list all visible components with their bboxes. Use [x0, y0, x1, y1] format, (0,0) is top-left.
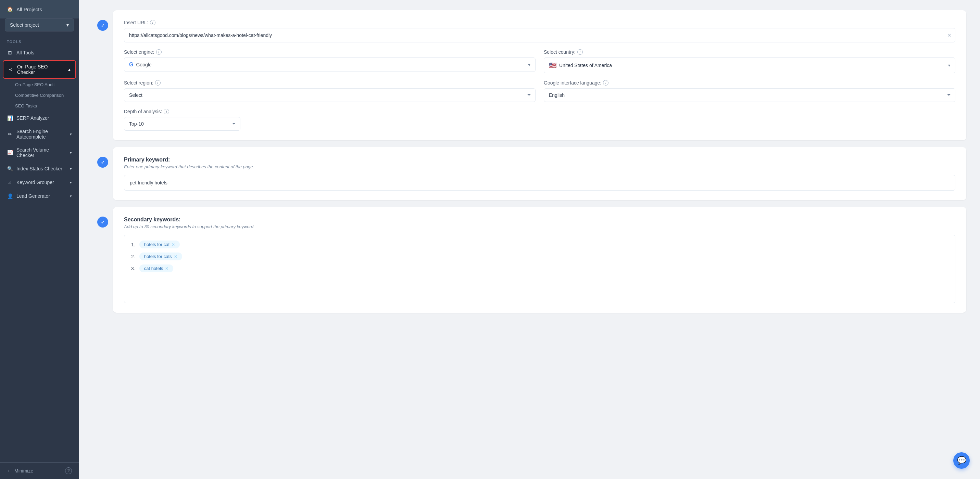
sidebar-item-label: SERP Analyzer	[16, 115, 49, 121]
region-info-icon[interactable]: i	[155, 80, 161, 86]
keyword-number: 1.	[131, 242, 135, 247]
language-label: Google interface language: i	[544, 80, 955, 86]
chat-button[interactable]: 💬	[953, 452, 970, 469]
region-col: Select region: i Select	[124, 80, 536, 102]
keyword-tag-text: hotels for cats	[144, 254, 172, 259]
keyword-number: 2.	[131, 254, 135, 259]
secondary-keywords-box[interactable]: 1. hotels for cat ✕ 2. hotels for cats ✕…	[124, 235, 955, 303]
keyword-number: 3.	[131, 266, 135, 271]
grid-icon: ⊞	[7, 49, 13, 56]
sidebar-item-label: Search Engine Autocomplete	[16, 128, 67, 140]
sidebar-item-on-page-seo-checker[interactable]: ≺ On-Page SEO Checker ▲	[3, 60, 76, 79]
minimize-label: Minimize	[14, 468, 33, 474]
project-select-dropdown[interactable]: Select project ▾	[5, 19, 74, 32]
depth-select[interactable]: Top-10	[124, 117, 240, 131]
keyword-tag-remove-button[interactable]: ✕	[174, 254, 177, 259]
cards-wrapper: ✓ Insert URL: i × Select engine: i	[113, 10, 966, 313]
keyword-tag-remove-button[interactable]: ✕	[165, 266, 169, 271]
primary-keyword-desc: Enter one primary keyword that describes…	[124, 164, 955, 170]
url-info-icon[interactable]: i	[150, 20, 156, 25]
help-icon[interactable]: ?	[65, 467, 72, 474]
chevron-down-icon: ▾	[70, 132, 72, 136]
chevron-down-icon: ▾	[70, 167, 72, 171]
chat-icon: 💬	[957, 456, 966, 465]
sidebar-item-label: Keyword Grouper	[16, 179, 54, 185]
home-icon: 🏠	[7, 6, 13, 12]
step1-card: Insert URL: i × Select engine: i	[113, 10, 966, 140]
user-icon: 👤	[7, 193, 13, 199]
engine-info-icon[interactable]: i	[156, 49, 162, 55]
keyword-tag-text: cat hotels	[144, 266, 163, 271]
region-label-text: Select region:	[124, 80, 153, 86]
search-icon: 🔍	[7, 166, 13, 172]
google-g-icon: G	[129, 62, 133, 68]
keyword-tag[interactable]: cat hotels ✕	[139, 265, 173, 272]
project-select-label: Select project	[10, 22, 39, 28]
keyword-list: 1. hotels for cat ✕ 2. hotels for cats ✕…	[131, 241, 948, 272]
keyword-tag-remove-button[interactable]: ✕	[172, 242, 175, 247]
sidebar-item-keyword-grouper[interactable]: ⊿ Keyword Grouper ▾	[0, 176, 79, 189]
language-col: Google interface language: i English	[544, 80, 955, 102]
step3-check-icon: ✓	[97, 217, 108, 227]
country-chevron-icon: ▾	[948, 63, 950, 68]
step1-check-icon: ✓	[97, 20, 108, 31]
engine-col: Select engine: i G Google ▾	[124, 49, 536, 73]
sidebar-sub-item-seo-tasks[interactable]: SEO Tasks	[0, 101, 79, 111]
sidebar-item-search-volume-checker[interactable]: 📈 Search Volume Checker ▾	[0, 143, 79, 162]
sidebar-item-label: Index Status Checker	[16, 166, 62, 171]
step2-check-icon: ✓	[97, 157, 108, 168]
secondary-keywords-desc: Add up to 30 secondary keywords to suppo…	[124, 224, 955, 229]
chevron-down-icon: ▾	[67, 22, 69, 28]
url-input[interactable]	[124, 28, 955, 43]
chevron-up-icon: ▲	[67, 67, 71, 71]
region-select[interactable]: Select	[124, 88, 536, 102]
language-select[interactable]: English	[544, 88, 955, 102]
country-col: Select country: i 🇺🇸 United States of Am…	[544, 49, 955, 73]
engine-chevron-icon: ▾	[528, 62, 530, 67]
sidebar: 🏠 All Projects Select project ▾ TOOLS ⊞ …	[0, 0, 79, 479]
country-select[interactable]: 🇺🇸 United States of America ▾	[544, 57, 955, 73]
sidebar-sub-item-on-page-seo-audit[interactable]: On-Page SEO Audit	[0, 79, 79, 90]
step2-wrapper: ✓ Primary keyword: Enter one primary key…	[113, 147, 966, 200]
sidebar-sub-item-competitive-comparison[interactable]: Competitive Comparison	[0, 90, 79, 101]
list-item: 2. hotels for cats ✕	[131, 252, 948, 260]
secondary-keywords-title: Secondary keywords:	[124, 217, 955, 223]
sidebar-item-label: Lead Generator	[16, 193, 50, 199]
sidebar-item-serp-analyzer[interactable]: 📊 SERP Analyzer	[0, 111, 79, 125]
engine-country-row: Select engine: i G Google ▾ Select count…	[124, 49, 955, 73]
sidebar-item-index-status-checker[interactable]: 🔍 Index Status Checker ▾	[0, 162, 79, 176]
engine-label: Select engine: i	[124, 49, 536, 55]
sidebar-item-label: All Tools	[16, 50, 34, 56]
language-label-text: Google interface language:	[544, 80, 601, 86]
country-info-icon[interactable]: i	[578, 49, 583, 55]
step2-card: Primary keyword: Enter one primary keywo…	[113, 147, 966, 200]
language-info-icon[interactable]: i	[603, 80, 608, 86]
engine-select[interactable]: G Google ▾	[124, 57, 536, 72]
chevron-down-icon: ▾	[70, 151, 72, 155]
keyword-tag-text: hotels for cat	[144, 242, 170, 247]
sidebar-item-search-engine-autocomplete[interactable]: ✏ Search Engine Autocomplete ▾	[0, 125, 79, 143]
group-icon: ⊿	[7, 179, 13, 186]
sidebar-item-all-tools[interactable]: ⊞ All Tools	[0, 46, 79, 60]
engine-value: Google	[136, 62, 151, 67]
step3-wrapper: ✓ Secondary keywords: Add up to 30 secon…	[113, 207, 966, 313]
step1-wrapper: ✓ Insert URL: i × Select engine: i	[113, 10, 966, 140]
bar-chart2-icon: 📈	[7, 149, 13, 156]
url-clear-button[interactable]: ×	[947, 32, 951, 38]
depth-label: Depth of analysis: i	[124, 109, 955, 114]
us-flag-icon: 🇺🇸	[549, 62, 557, 69]
primary-keyword-title: Primary keyword:	[124, 157, 955, 163]
sidebar-item-label: On-Page SEO Checker	[17, 64, 64, 75]
minimize-arrow-icon: ←	[7, 468, 12, 474]
primary-keyword-input[interactable]	[124, 175, 955, 190]
chevron-down-icon: ▾	[70, 194, 72, 198]
step3-card: Secondary keywords: Add up to 30 seconda…	[113, 207, 966, 313]
keyword-tag[interactable]: hotels for cat ✕	[139, 241, 180, 248]
sidebar-item-lead-generator[interactable]: 👤 Lead Generator ▾	[0, 189, 79, 203]
list-item: 3. cat hotels ✕	[131, 265, 948, 272]
chevron-down-icon: ▾	[70, 180, 72, 185]
keyword-tag[interactable]: hotels for cats ✕	[139, 252, 182, 260]
sidebar-item-all-projects[interactable]: 🏠 All Projects	[0, 0, 79, 19]
sidebar-minimize-button[interactable]: ← Minimize ?	[0, 462, 79, 479]
depth-info-icon[interactable]: i	[164, 109, 169, 114]
